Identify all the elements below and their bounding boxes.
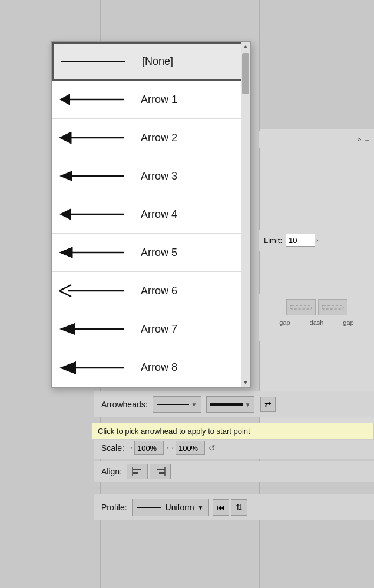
item-label-arrow5: Arrow 5 bbox=[141, 247, 177, 259]
limit-row: Limit: 10 › bbox=[259, 230, 374, 251]
profile-row: Profile: Uniform ▼ ⏮ ⇅ bbox=[94, 494, 374, 520]
header-icons: » ≡ bbox=[357, 135, 369, 144]
profile-line-preview bbox=[137, 507, 161, 508]
align-row: Align: bbox=[94, 461, 374, 482]
arrowhead-start-button[interactable]: ▼ bbox=[153, 396, 201, 413]
svg-rect-0 bbox=[290, 305, 312, 309]
dropdown-item-arrow6[interactable]: Arrow 6 bbox=[52, 272, 250, 310]
dropdown-item-arrow7[interactable]: Arrow 7 bbox=[52, 310, 250, 348]
dash-labels-row: gap dash gap bbox=[270, 319, 363, 326]
scroll-up-arrow[interactable]: ▲ bbox=[241, 42, 250, 51]
item-label-arrow4: Arrow 4 bbox=[141, 208, 177, 221]
scale-down-chevron1[interactable]: ‹ bbox=[131, 445, 133, 451]
svg-marker-5 bbox=[59, 132, 71, 144]
scale-up-chevron1[interactable]: › bbox=[167, 445, 168, 451]
svg-rect-20 bbox=[157, 469, 165, 470]
item-label-arrow6: Arrow 6 bbox=[141, 285, 177, 297]
svg-marker-14 bbox=[59, 323, 75, 335]
arrowheads-label: Arrowheads: bbox=[101, 400, 148, 409]
arrow6-icon bbox=[59, 280, 136, 301]
arrow3-icon bbox=[59, 165, 136, 187]
dash-label-gap2: gap bbox=[334, 319, 363, 326]
profile-chevron: ▼ bbox=[198, 504, 204, 511]
arrowhead-start-chevron: ▼ bbox=[191, 401, 197, 408]
arrowheads-row: Arrowheads: ▼ ▼ ⇄ bbox=[94, 391, 374, 417]
arrowhead-end-button[interactable]: ▼ bbox=[206, 396, 255, 413]
arrowhead-end-chevron: ▼ bbox=[245, 401, 251, 408]
svg-marker-16 bbox=[59, 361, 76, 374]
swap-arrowheads-button[interactable]: ⇄ bbox=[260, 397, 276, 412]
right-panel-header: » ≡ bbox=[259, 131, 374, 148]
arrow8-icon bbox=[59, 357, 136, 378]
scale-row: Scale: ‹ 100% › ‹ 100% ↺ bbox=[94, 437, 374, 459]
limit-input[interactable]: 10 bbox=[286, 234, 315, 247]
item-label-arrow2: Arrow 2 bbox=[141, 132, 177, 144]
dropdown-scrollbar[interactable]: ▲ ▼ bbox=[241, 42, 250, 387]
scroll-thumb[interactable] bbox=[242, 53, 249, 94]
profile-label: Profile: bbox=[101, 503, 127, 512]
svg-rect-1 bbox=[322, 305, 343, 309]
item-label-arrow7: Arrow 7 bbox=[141, 323, 177, 335]
item-label-arrow3: Arrow 3 bbox=[141, 170, 177, 182]
item-label-arrow1: Arrow 1 bbox=[141, 94, 177, 106]
right-panel bbox=[259, 129, 374, 424]
scale-down-chevron2[interactable]: ‹ bbox=[172, 445, 174, 451]
dropdown-item-arrow1[interactable]: Arrow 1 bbox=[52, 81, 250, 119]
dash-box-2[interactable] bbox=[318, 299, 347, 315]
dash-label-dash: dash bbox=[302, 319, 332, 326]
dropdown-item-arrow3[interactable]: Arrow 3 bbox=[52, 157, 250, 195]
svg-rect-18 bbox=[133, 472, 138, 474]
arrow7-icon bbox=[59, 318, 136, 340]
scale-sync-button[interactable]: ↺ bbox=[208, 443, 216, 453]
scroll-down-arrow[interactable]: ▼ bbox=[241, 378, 250, 387]
none-icon bbox=[61, 61, 137, 62]
dash-label-gap1: gap bbox=[270, 319, 300, 326]
arrow5-icon bbox=[59, 242, 136, 263]
svg-marker-3 bbox=[59, 94, 70, 105]
svg-marker-7 bbox=[59, 171, 72, 181]
profile-prev-button[interactable]: ⏮ bbox=[213, 499, 229, 516]
forward-icon[interactable]: » bbox=[357, 135, 361, 144]
arrow2-icon bbox=[59, 127, 136, 148]
svg-marker-9 bbox=[59, 208, 71, 220]
limit-arrow: › bbox=[316, 237, 319, 244]
arrowhead-end-preview bbox=[210, 403, 243, 406]
svg-marker-11 bbox=[59, 247, 72, 258]
scale-label: Scale: bbox=[101, 443, 124, 453]
align-right-button[interactable] bbox=[150, 464, 171, 479]
profile-select-button[interactable]: Uniform ▼ bbox=[132, 499, 209, 516]
align-label: Align: bbox=[101, 467, 122, 476]
item-label-arrow8: Arrow 8 bbox=[141, 361, 177, 374]
svg-rect-21 bbox=[159, 472, 165, 474]
arrowhead-tooltip: Click to pick arrowhead to apply to star… bbox=[91, 423, 374, 440]
dropdown-item-arrow4[interactable]: Arrow 4 bbox=[52, 195, 250, 234]
dropdown-item-arrow2[interactable]: Arrow 2 bbox=[52, 119, 250, 157]
arrow1-icon bbox=[59, 89, 136, 110]
arrow4-icon bbox=[59, 204, 136, 225]
profile-flip-button[interactable]: ⇅ bbox=[231, 499, 247, 516]
align-left-button[interactable] bbox=[127, 464, 148, 479]
limit-label: Limit: bbox=[264, 236, 282, 245]
scale-value-2[interactable]: 100% bbox=[176, 441, 205, 455]
arrow-dropdown[interactable]: [None] Arrow 1 Arrow 2 Arrow 3 bbox=[51, 41, 251, 388]
item-label-none: [None] bbox=[142, 55, 173, 68]
svg-rect-17 bbox=[133, 469, 141, 470]
scale-value-1[interactable]: 100% bbox=[134, 441, 164, 455]
dropdown-item-none[interactable]: [None] bbox=[52, 42, 250, 81]
profile-value: Uniform bbox=[166, 503, 194, 512]
dropdown-item-arrow5[interactable]: Arrow 5 bbox=[52, 234, 250, 272]
dash-box-1[interactable] bbox=[286, 299, 316, 315]
arrowhead-start-preview bbox=[157, 404, 189, 405]
dropdown-item-arrow8[interactable]: Arrow 8 bbox=[52, 348, 250, 387]
menu-icon[interactable]: ≡ bbox=[365, 135, 369, 144]
dash-pattern-area: gap dash gap bbox=[259, 294, 374, 341]
dash-boxes-row bbox=[286, 299, 347, 315]
